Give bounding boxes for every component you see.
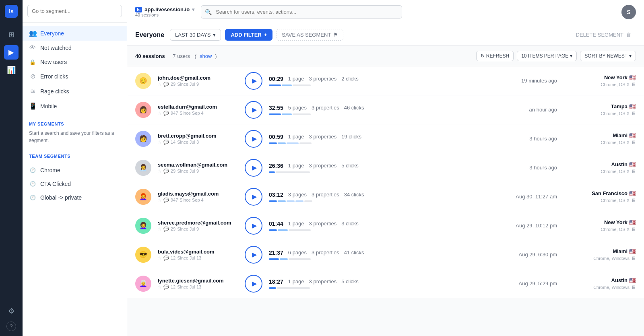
sessions-num: 14: [171, 140, 175, 144]
user-avatar[interactable]: S: [621, 5, 636, 19]
nav-sessions-icon[interactable]: ▶: [4, 45, 19, 60]
play-button[interactable]: ▶: [245, 72, 262, 90]
logo[interactable]: ls: [5, 5, 18, 18]
refresh-button[interactable]: ↻ REFRESH: [476, 51, 514, 61]
play-button[interactable]: ▶: [245, 159, 262, 177]
sessions-since: Since Jul 9: [177, 227, 199, 231]
star-icon[interactable]: ☆: [158, 111, 162, 116]
star-icon[interactable]: ☆: [158, 140, 162, 145]
play-icon: ▶: [252, 77, 257, 85]
user-meta: ☆ 💬 12 Since Jul 13: [158, 256, 238, 261]
table-row[interactable]: 👩‍🦰 gladis.mays@gmail.com ☆ 💬 947 Since …: [127, 182, 644, 211]
user-email: john.doe@gmail.com: [158, 75, 238, 81]
error-clicks-icon: ⊘: [29, 72, 36, 80]
location-city: New York 🇺🇸: [564, 74, 636, 81]
add-filter-button[interactable]: ADD FILTER +: [225, 29, 272, 41]
nav-settings-icon[interactable]: ⚙: [4, 304, 19, 318]
play-button[interactable]: ▶: [245, 275, 262, 293]
progress-bar: [269, 171, 486, 173]
star-icon[interactable]: ☆: [158, 198, 162, 203]
chat-icon: 💬: [163, 198, 169, 203]
my-segments-label: MY SEGMENTS: [23, 117, 127, 128]
session-stats: 32:55 5 pages 3 properties 46 clicks: [269, 105, 486, 115]
location-browser: Chrome, OS X 🖥: [564, 227, 636, 232]
user-email: estella.durr@gmail.com: [158, 104, 238, 110]
app-title: ls app.livesession.io ▾: [135, 6, 194, 12]
avatar: 👩: [135, 102, 151, 118]
nav-help-icon[interactable]: ?: [6, 322, 16, 331]
chat-icon: 💬: [163, 256, 169, 261]
topbar: ls app.livesession.io ▾ 40 sessions 🔍 S: [127, 0, 644, 24]
monitor-icon: 🖥: [631, 198, 636, 203]
star-icon[interactable]: ☆: [158, 227, 162, 232]
table-row[interactable]: 👩‍🦳 lynette.giesen@gmail.com ☆ 💬 12 Sinc…: [127, 269, 644, 298]
session-location: Austin 🇺🇸 Chrome, Windows 🖥: [564, 277, 636, 290]
dropdown-icon[interactable]: ▾: [192, 7, 194, 12]
play-button[interactable]: ▶: [245, 217, 262, 235]
sidebar-item-global-private[interactable]: 🕐 Global -> private: [23, 191, 127, 204]
play-button[interactable]: ▶: [245, 188, 262, 206]
stat-clicks: 41 clicks: [344, 249, 364, 256]
sidebar-item-rage-clicks[interactable]: ≋ Rage clicks: [23, 84, 127, 99]
sidebar-item-chrome[interactable]: 🕐 Chrome: [23, 163, 127, 177]
progress-bar: [269, 113, 486, 115]
date-filter-button[interactable]: LAST 30 DAYS ▾: [170, 29, 221, 41]
session-location: New York 🇺🇸 Chrome, OS X 🖥: [564, 219, 636, 232]
sidebar-item-new-users[interactable]: 🔒 New users: [23, 55, 127, 69]
stat-clicks: 5 clicks: [341, 163, 359, 169]
table-row[interactable]: 👩‍💼 seema.wollman@gmail.com ☆ 💬 29 Since…: [127, 153, 644, 182]
avatar: 👩‍🦱: [135, 218, 151, 234]
sidebar-item-error-clicks[interactable]: ⊘ Error clicks: [23, 69, 127, 84]
session-stats: 03:12 3 pages 3 properties 34 clicks: [269, 192, 486, 202]
star-icon[interactable]: ☆: [158, 256, 162, 261]
nav-chart-icon[interactable]: 📊: [4, 63, 19, 77]
play-button[interactable]: ▶: [245, 246, 262, 264]
monitor-icon: 🖥: [631, 82, 636, 87]
team-segments-label: TEAM SEGMENTS: [23, 149, 127, 160]
chat-icon: 💬: [163, 82, 169, 87]
app-sessions-count: 40 sessions: [135, 12, 194, 17]
sidebar-item-not-watched[interactable]: 👁 Not watched: [23, 41, 127, 55]
play-button[interactable]: ▶: [245, 130, 262, 148]
sidebar-item-label-everyone: Everyone: [40, 30, 64, 37]
table-row[interactable]: 👩 estella.durr@gmail.com ☆ 💬 947 Since S…: [127, 95, 644, 124]
avatar: 👩‍💼: [135, 160, 151, 176]
star-icon[interactable]: ☆: [158, 284, 162, 290]
show-users-link[interactable]: show: [200, 53, 212, 59]
session-stats: 00:59 1 page 3 properties 19 clicks: [269, 134, 486, 144]
session-time: 19 minutes ago: [493, 78, 557, 84]
session-location: Austin 🇺🇸 Chrome, OS X 🖥: [564, 161, 636, 174]
location-city: Miami 🇺🇸: [564, 132, 636, 139]
avatar: 🧑: [135, 131, 151, 147]
user-email: gladis.mays@gmail.com: [158, 191, 238, 197]
location-city: Tampa 🇺🇸: [564, 103, 636, 110]
session-stats: 18:27 1 page 3 properties 5 clicks: [269, 278, 486, 289]
star-icon[interactable]: ☆: [158, 82, 162, 87]
search-input[interactable]: [201, 5, 402, 19]
nav-grid-icon[interactable]: ⊞: [4, 27, 19, 42]
sidebar-search-container: [23, 0, 127, 23]
star-icon[interactable]: ☆: [158, 169, 162, 174]
items-per-page-button[interactable]: 10 ITEMS PER PAGE ▾: [517, 51, 577, 61]
delete-segment-button[interactable]: DELETE SEGMENT 🗑: [571, 29, 636, 40]
sort-button[interactable]: SORT BY NEWEST ▾: [580, 51, 636, 61]
location-browser: Chrome, OS X 🖥: [564, 111, 636, 116]
table-row[interactable]: 👩‍🦱 sheree.predmore@gmail.com ☆ 💬 29 Sin…: [127, 211, 644, 240]
items-per-page-label: 10 ITEMS PER PAGE: [521, 53, 568, 59]
user-meta: ☆ 💬 947 Since Sep 4: [158, 111, 238, 116]
table-row[interactable]: 🧑 brett.cropp@gmail.com ☆ 💬 14 Since Jul…: [127, 124, 644, 153]
table-row[interactable]: 😊 john.doe@gmail.com ☆ 💬 29 Since Jul 9 …: [127, 66, 644, 95]
user-email: sheree.predmore@gmail.com: [158, 220, 238, 226]
stat-duration: 01:44: [269, 221, 283, 227]
sidebar-item-everyone[interactable]: 👥 Everyone: [23, 26, 127, 41]
sidebar-item-cta-clicked[interactable]: 🕐 CTA Clicked: [23, 177, 127, 191]
sidebar-item-mobile[interactable]: 📱 Mobile: [23, 99, 127, 113]
user-info: john.doe@gmail.com ☆ 💬 29 Since Jul 9: [158, 75, 238, 87]
avatar: 😊: [135, 73, 151, 89]
avatar: 😎: [135, 247, 151, 263]
play-button[interactable]: ▶: [245, 101, 262, 119]
save-as-segment-button[interactable]: SAVE AS SEGMENT ⚑: [277, 29, 343, 41]
table-row[interactable]: 😎 bula.vides@gmail.com ☆ 💬 12 Since Jul …: [127, 240, 644, 269]
sidebar-search-input[interactable]: [27, 5, 122, 17]
user-meta: ☆ 💬 947 Since Sep 4: [158, 198, 238, 203]
